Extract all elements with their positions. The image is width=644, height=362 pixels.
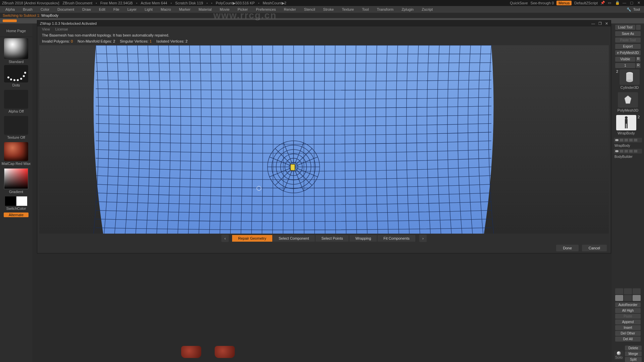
step-wrapping[interactable]: Wrapping bbox=[349, 235, 377, 242]
menu-brush[interactable]: Brush bbox=[19, 7, 37, 12]
solo-button[interactable]: Solo bbox=[614, 351, 624, 360]
step-select-points[interactable]: Select Points bbox=[315, 235, 349, 242]
brush-thumbnail[interactable] bbox=[4, 38, 28, 59]
step-repair[interactable]: Repair Geometry bbox=[232, 235, 273, 242]
dialog-menu-view[interactable]: View bbox=[42, 27, 50, 31]
tool-polymesh-thumb[interactable] bbox=[618, 92, 638, 108]
subtool-1-label: WrapBody bbox=[614, 144, 642, 147]
slot-1[interactable]: 1 bbox=[615, 63, 635, 68]
stroke-thumbnail[interactable] bbox=[4, 65, 28, 82]
menu-preferences[interactable]: Preferences bbox=[252, 7, 280, 12]
r-button-2[interactable]: R bbox=[636, 63, 641, 68]
mesh-wireframe bbox=[39, 45, 609, 234]
menu-marker[interactable]: Marker bbox=[175, 7, 195, 12]
load-tool-button[interactable]: Load Tool bbox=[615, 25, 635, 30]
nav-scale-icon[interactable] bbox=[624, 288, 632, 294]
merge-button[interactable]: Merge bbox=[625, 351, 642, 356]
tool-wrapbody-thumb[interactable] bbox=[616, 115, 636, 130]
save-as-button[interactable]: Save As bbox=[615, 31, 641, 36]
dialog-close-icon[interactable]: ✕ bbox=[605, 21, 608, 26]
minimize-icon[interactable]: — bbox=[623, 1, 627, 5]
subtool-2-label: BodyBuilder bbox=[614, 155, 642, 159]
nav-rotate-icon[interactable] bbox=[633, 288, 641, 294]
seethrough-toggle[interactable]: See-through 0 bbox=[531, 1, 554, 5]
tool-palette-header[interactable]: 🔧 Tool bbox=[624, 7, 643, 12]
delete-button[interactable]: Delete bbox=[625, 346, 642, 351]
allhigh-button[interactable]: All High bbox=[615, 308, 641, 313]
texture-label: Texture Off bbox=[7, 135, 25, 139]
subtool-row-1[interactable] bbox=[614, 138, 642, 142]
quicksave-button[interactable]: QuickSave bbox=[510, 1, 528, 5]
menu-zplugin[interactable]: Zplugin bbox=[397, 7, 418, 12]
menu-render[interactable]: Render bbox=[280, 7, 300, 12]
step-fit-components[interactable]: Fit Components bbox=[377, 235, 416, 242]
close-icon[interactable]: ✕ bbox=[637, 1, 642, 5]
default-zscript[interactable]: DefaultZScript bbox=[574, 1, 598, 5]
export-button[interactable]: Export bbox=[615, 44, 641, 49]
delother-button[interactable]: Del Other bbox=[615, 331, 641, 336]
paste-tool-button[interactable]: Paste Tool bbox=[615, 38, 641, 43]
r-button-1[interactable]: R bbox=[636, 57, 641, 62]
pin-icon[interactable]: 📌 bbox=[600, 1, 605, 5]
secondary-color[interactable] bbox=[5, 196, 16, 206]
material-thumbnail[interactable] bbox=[4, 142, 28, 161]
right-tray: Load Tool Save As Paste Tool Export e Po… bbox=[612, 23, 644, 362]
nav-move-icon[interactable] bbox=[615, 288, 623, 294]
append-button[interactable]: Append bbox=[615, 319, 641, 324]
nav-floor-icon[interactable] bbox=[633, 295, 641, 301]
dialog-titlebar[interactable]: ZWrap 1.0.3 Nodelocked Activated — ❐ ✕ bbox=[37, 20, 611, 26]
canvas-area[interactable]: ZWrap 1.0.3 Nodelocked Activated — ❐ ✕ V… bbox=[32, 23, 612, 362]
alternate-button[interactable]: Alternate bbox=[4, 213, 29, 217]
dialog-maximize-icon[interactable]: ❐ bbox=[598, 21, 602, 26]
primary-color[interactable] bbox=[16, 196, 27, 206]
menu-transform[interactable]: Transform bbox=[373, 7, 397, 12]
menu-zscript[interactable]: Zscript bbox=[418, 7, 437, 12]
lock-icon[interactable]: 🔒 bbox=[615, 1, 620, 5]
step-next-button[interactable]: › bbox=[419, 235, 427, 242]
dialog-viewport[interactable]: (function(){ const svg=document.querySel… bbox=[39, 45, 609, 234]
menu-picker[interactable]: Picker bbox=[233, 7, 252, 12]
homepage-button[interactable]: Home Page bbox=[0, 25, 32, 37]
texture-thumbnail[interactable] bbox=[4, 116, 28, 135]
menu-stencil[interactable]: Stencil bbox=[300, 7, 319, 12]
menu-stroke[interactable]: Stroke bbox=[319, 7, 338, 12]
autoreorder-button[interactable]: AutoReorder bbox=[615, 302, 641, 307]
paste-button[interactable]: Paste bbox=[615, 314, 641, 319]
menu-draw[interactable]: Draw bbox=[78, 7, 95, 12]
layout-icon[interactable]: ▭ bbox=[608, 1, 612, 5]
nav-persp-icon[interactable] bbox=[624, 295, 632, 301]
menu-alpha[interactable]: Alpha bbox=[1, 7, 19, 12]
menu-document[interactable]: Document bbox=[53, 7, 78, 12]
visible-button[interactable]: Visible bbox=[615, 57, 635, 62]
subtool-row-2[interactable] bbox=[614, 149, 642, 154]
menu-tool[interactable]: Tool bbox=[358, 7, 373, 12]
menu-material[interactable]: Material bbox=[195, 7, 216, 12]
menu-layer[interactable]: Layer bbox=[123, 7, 141, 12]
menu-macro[interactable]: Macro bbox=[157, 7, 175, 12]
insert-button[interactable]: Insert bbox=[615, 325, 641, 330]
dialog-menu-license[interactable]: License bbox=[55, 27, 68, 31]
delall-button[interactable]: Del All bbox=[615, 337, 641, 342]
menu-texture[interactable]: Texture bbox=[338, 7, 358, 12]
menu-light[interactable]: Light bbox=[141, 7, 157, 12]
menus-toggle[interactable]: Menus bbox=[556, 1, 572, 5]
split-button[interactable]: Split bbox=[625, 357, 642, 362]
menu-edit[interactable]: Edit bbox=[95, 7, 109, 12]
menu-movie[interactable]: Movie bbox=[216, 7, 233, 12]
done-button[interactable]: Done bbox=[556, 245, 578, 251]
cancel-button[interactable]: Cancel bbox=[582, 245, 607, 251]
menu-file[interactable]: File bbox=[109, 7, 123, 12]
alpha-thumbnail[interactable] bbox=[4, 90, 28, 109]
tool-cylinder-label: Cylinder3D bbox=[621, 85, 639, 89]
color-picker[interactable] bbox=[4, 168, 28, 189]
menu-color[interactable]: Color bbox=[37, 7, 53, 12]
nav-frame-icon[interactable] bbox=[615, 295, 623, 301]
dialog-minimize-icon[interactable]: — bbox=[591, 21, 595, 26]
tool-cylinder-thumb[interactable] bbox=[620, 69, 640, 85]
step-prev-button[interactable]: ‹ bbox=[221, 235, 229, 242]
maximize-icon[interactable]: ▢ bbox=[630, 1, 635, 5]
switchcolor-label[interactable]: SwitchColor bbox=[6, 206, 26, 210]
step-select-component[interactable]: Select Component bbox=[273, 235, 316, 242]
svg-point-25 bbox=[626, 79, 633, 82]
make-polymesh-button[interactable]: e PolyMesh3D bbox=[615, 50, 641, 55]
